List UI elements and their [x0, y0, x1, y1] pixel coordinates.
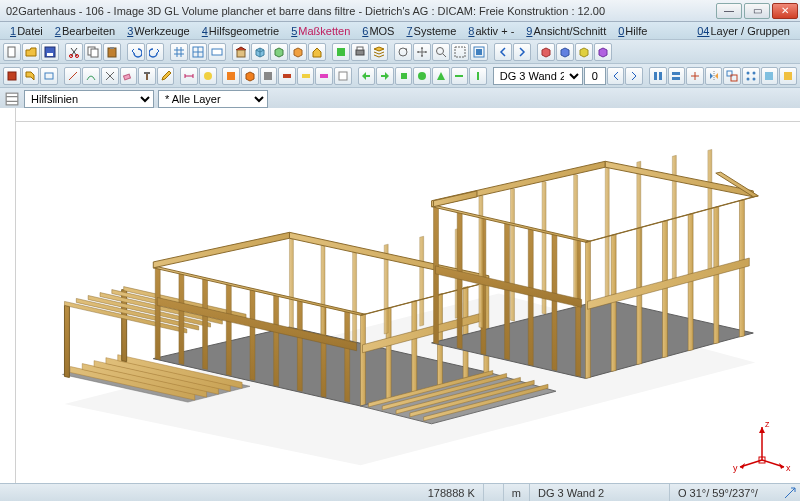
tool2-green5-icon[interactable] — [432, 67, 450, 85]
svg-rect-28 — [283, 74, 291, 78]
tool-pan-icon[interactable] — [413, 43, 431, 61]
menu-systeme[interactable]: 7Systeme — [400, 24, 462, 38]
tool2-rect-icon[interactable] — [40, 67, 58, 85]
tool-cube-icon[interactable] — [251, 43, 269, 61]
tool-layers-icon[interactable] — [370, 43, 388, 61]
svg-rect-17 — [455, 47, 465, 57]
tool-redo-icon[interactable] — [146, 43, 164, 61]
tool2-dim-icon[interactable] — [180, 67, 198, 85]
tool-cube-yellow-icon[interactable] — [575, 43, 593, 61]
menu-massketten[interactable]: 5Maßketten — [285, 24, 356, 38]
tool-zoom-icon[interactable] — [432, 43, 450, 61]
tool2-scissors-icon[interactable] — [101, 67, 119, 85]
tool-zoomfit-icon[interactable] — [470, 43, 488, 61]
menu-bearbeiten[interactable]: 2Bearbeiten — [49, 24, 121, 38]
tool2-align1-icon[interactable] — [649, 67, 667, 85]
menu-werkzeuge[interactable]: 3Werkzeuge — [121, 24, 196, 38]
tool-cube-purple-icon[interactable] — [594, 43, 612, 61]
tool2-green2-icon[interactable] — [376, 67, 394, 85]
tool-paste-icon[interactable] — [103, 43, 121, 61]
dropbar-icon[interactable] — [4, 91, 20, 107]
menu-layer-gruppen[interactable]: 04Layer / Gruppen — [691, 24, 796, 38]
tool2-curve-icon[interactable] — [82, 67, 100, 85]
svg-point-25 — [204, 72, 212, 80]
tool2-yellow1-icon[interactable] — [199, 67, 217, 85]
tool2-white-icon[interactable] — [334, 67, 352, 85]
tool2-array-icon[interactable] — [742, 67, 760, 85]
menu-aktiv[interactable]: 8aktiv + - — [462, 24, 520, 38]
tool-zoomwin-icon[interactable] — [451, 43, 469, 61]
maximize-button[interactable]: ▭ — [744, 3, 770, 19]
svg-rect-20 — [8, 72, 16, 80]
tool2-last2-icon[interactable] — [779, 67, 797, 85]
tool2-green3-icon[interactable] — [395, 67, 413, 85]
tool2-green4-icon[interactable] — [413, 67, 431, 85]
tool-cube-orange-icon[interactable] — [289, 43, 307, 61]
svg-rect-13 — [356, 50, 364, 55]
tool2-orange2-icon[interactable] — [241, 67, 259, 85]
tool2-red1-icon[interactable] — [278, 67, 296, 85]
tool2-next-icon[interactable] — [625, 67, 643, 85]
menu-mos[interactable]: 6MOS — [356, 24, 400, 38]
svg-rect-8 — [110, 47, 114, 49]
tool-open-icon[interactable] — [22, 43, 40, 61]
tool-undo-icon[interactable] — [127, 43, 145, 61]
viewport-3d[interactable]: x y z — [0, 108, 800, 483]
close-button[interactable]: ✕ — [772, 3, 798, 19]
tool-arrow-left-icon[interactable] — [494, 43, 512, 61]
svg-rect-11 — [237, 50, 245, 57]
tool2-green7-icon[interactable] — [469, 67, 487, 85]
tool-home-icon[interactable] — [308, 43, 326, 61]
tool-cut-icon[interactable] — [65, 43, 83, 61]
tool-cube-blue-icon[interactable] — [556, 43, 574, 61]
tool2-pencil-icon[interactable] — [157, 67, 175, 85]
tool2-move-icon[interactable] — [686, 67, 704, 85]
hilfslinien-select[interactable]: Hilfslinien — [24, 90, 154, 108]
tool-view-icon[interactable] — [208, 43, 226, 61]
tool2-line-icon[interactable] — [64, 67, 82, 85]
model-render — [0, 108, 800, 483]
svg-text:x: x — [786, 463, 791, 473]
tool2-prev-icon[interactable] — [607, 67, 625, 85]
tool2-green1-icon[interactable] — [358, 67, 376, 85]
tool-save-icon[interactable] — [41, 43, 59, 61]
tool2-gray1-icon[interactable] — [260, 67, 278, 85]
alle-layer-select[interactable]: * Alle Layer — [158, 90, 268, 108]
tool2-book-icon[interactable] — [3, 67, 21, 85]
menu-datei[interactable]: 1Datei — [4, 24, 49, 38]
tool2-yellow2-icon[interactable] — [297, 67, 315, 85]
tool2-green6-icon[interactable] — [451, 67, 469, 85]
tool2-hammer-icon[interactable] — [138, 67, 156, 85]
tool-arrow-right-icon[interactable] — [513, 43, 531, 61]
tool-grid2-icon[interactable] — [189, 43, 207, 61]
tool2-mirror-icon[interactable] — [705, 67, 723, 85]
toolbar-row-1 — [0, 40, 800, 64]
tool-copy-icon[interactable] — [84, 43, 102, 61]
svg-rect-36 — [654, 72, 657, 80]
tool-building-icon[interactable] — [232, 43, 250, 61]
tool-cube-green-icon[interactable] — [270, 43, 288, 61]
minimize-button[interactable]: — — [716, 3, 742, 19]
tool-print-icon[interactable] — [351, 43, 369, 61]
menu-hilfe[interactable]: 0Hilfe — [612, 24, 653, 38]
svg-text:y: y — [733, 463, 738, 473]
tool2-orange1-icon[interactable] — [222, 67, 240, 85]
axis-triad: x y z — [732, 415, 792, 475]
tool-green1-icon[interactable] — [332, 43, 350, 61]
tool-rotate-icon[interactable] — [394, 43, 412, 61]
svg-rect-7 — [108, 48, 116, 57]
tool2-tag-icon[interactable] — [22, 67, 40, 85]
tool-grid-icon[interactable] — [170, 43, 188, 61]
tool2-align2-icon[interactable] — [668, 67, 686, 85]
tool-cube-red-icon[interactable] — [537, 43, 555, 61]
number-input[interactable] — [584, 67, 606, 85]
tool2-scale-icon[interactable] — [723, 67, 741, 85]
tool-new-icon[interactable] — [3, 43, 21, 61]
menu-hilfsgeometrie[interactable]: 4Hilfsgeometrie — [196, 24, 285, 38]
menu-ansicht[interactable]: 9Ansicht/Schnitt — [520, 24, 612, 38]
tool2-magenta-icon[interactable] — [315, 67, 333, 85]
tool2-eraser-icon[interactable] — [120, 67, 138, 85]
layer-select[interactable]: DG 3 Wand 2 — [493, 67, 583, 85]
tool2-last1-icon[interactable] — [761, 67, 779, 85]
svg-rect-31 — [339, 72, 347, 80]
